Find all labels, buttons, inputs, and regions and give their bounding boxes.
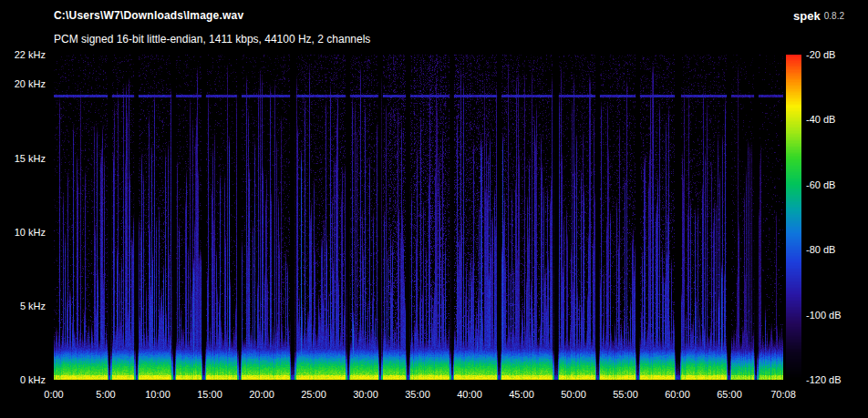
time-label-2700s: 45:00 [509, 389, 534, 401]
db-label-80db: -80 dB [806, 244, 835, 256]
spek-window: { "header": { "file_path": "C:\\Users\\W… [0, 0, 868, 418]
time-label-1200s: 20:00 [249, 389, 274, 401]
time-label-2100s: 35:00 [405, 389, 430, 401]
app-version: 0.8.2 [824, 11, 844, 21]
time-label-0s: 0:00 [44, 389, 63, 401]
time-label-300s: 5:00 [96, 389, 115, 401]
app-name: spek [793, 9, 821, 23]
time-label-3000s: 50:00 [561, 389, 586, 401]
colorbar-canvas [786, 55, 801, 380]
db-label-20db: -20 dB [806, 49, 835, 61]
db-label-100db: -100 dB [806, 310, 842, 321]
db-label-120db: -120 dB [806, 374, 842, 386]
time-label-4208s: 70:08 [770, 389, 796, 401]
freq-label-0khz: 0 kHz [0, 374, 46, 386]
freq-label-20khz: 20 kHz [0, 78, 46, 90]
freq-label-15khz: 15 kHz [0, 153, 46, 165]
time-label-3300s: 55:00 [613, 389, 638, 401]
time-label-1800s: 30:00 [353, 389, 378, 401]
freq-label-22khz: 22 kHz [0, 49, 46, 61]
time-label-600s: 10:00 [145, 389, 170, 401]
time-label-900s: 15:00 [197, 389, 222, 401]
db-label-40db: -40 dB [806, 114, 835, 126]
time-label-2400s: 40:00 [457, 389, 482, 401]
freq-label-10khz: 10 kHz [0, 227, 46, 239]
app-brand: spek0.8.2 [793, 9, 844, 23]
db-label-60db: -60 dB [806, 179, 835, 191]
file-path: C:\Users\W7\Downloads\Image.wav [54, 9, 243, 22]
time-label-1500s: 25:00 [301, 389, 326, 401]
stream-info: PCM signed 16-bit little-endian, 1411 kb… [54, 33, 370, 46]
freq-label-5khz: 5 kHz [0, 301, 46, 312]
spectrogram-canvas [54, 55, 783, 380]
time-label-3600s: 60:00 [665, 389, 690, 401]
time-label-3900s: 65:00 [717, 389, 742, 401]
